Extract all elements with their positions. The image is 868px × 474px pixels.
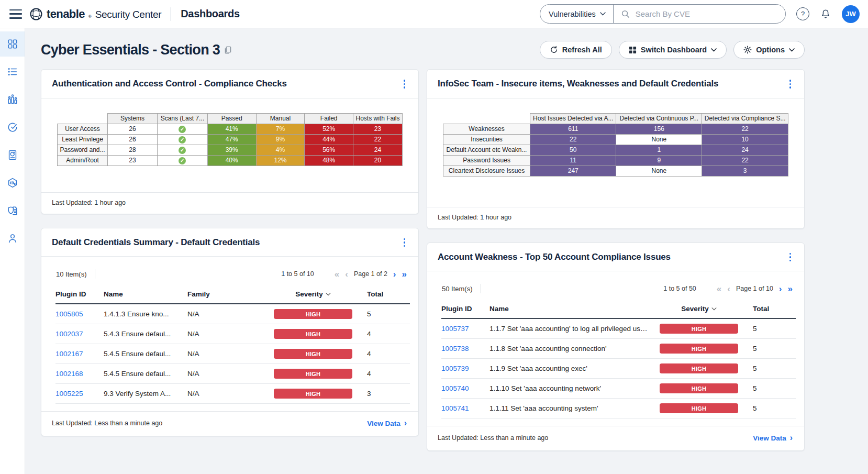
options-button[interactable]: Options xyxy=(733,41,805,59)
matrix-cell[interactable]: None xyxy=(616,134,702,145)
prev-page-icon[interactable]: ‹ xyxy=(727,284,730,293)
sidebar-item-policies[interactable] xyxy=(0,198,25,223)
plugin-id-link[interactable]: 1005737 xyxy=(441,325,489,333)
matrix-cell[interactable]: 39% xyxy=(207,145,256,155)
col-plugin-id[interactable]: Plugin ID xyxy=(55,290,104,298)
matrix-cell[interactable]: 247 xyxy=(530,166,616,176)
matrix-cell[interactable]: 24 xyxy=(702,145,788,155)
view-data-link[interactable]: View Data › xyxy=(753,433,793,443)
col-plugin-id[interactable]: Plugin ID xyxy=(441,305,489,313)
kebab-menu-icon[interactable] xyxy=(401,78,408,90)
matrix-cell[interactable]: 40% xyxy=(207,155,256,166)
help-icon[interactable]: ? xyxy=(796,7,809,20)
total-count: 3 xyxy=(358,390,410,398)
plugin-id-link[interactable]: 1002037 xyxy=(55,330,104,338)
view-data-link[interactable]: View Data › xyxy=(367,418,407,428)
col-total[interactable]: Total xyxy=(743,305,796,313)
matrix-cell[interactable]: 26 xyxy=(107,124,157,134)
sidebar-item-dashboards[interactable] xyxy=(0,31,25,57)
total-count: 4 xyxy=(358,370,410,378)
table-row: 1002037 5.4.3 Ensure defaul... N/A HIGH … xyxy=(55,324,410,344)
col-name[interactable]: Name xyxy=(104,290,187,298)
sidebar-item-metrics[interactable] xyxy=(0,87,25,112)
plugin-id-link[interactable]: 1005225 xyxy=(55,390,104,398)
col-header: Detected via Compliance S... xyxy=(702,113,788,124)
sidebar-item-assets[interactable] xyxy=(0,170,25,195)
sidebar-item-reports[interactable] xyxy=(0,142,25,168)
matrix-cell[interactable]: 22 xyxy=(353,134,402,145)
matrix-cell[interactable]: 9% xyxy=(256,134,305,145)
col-header: Detected via Continuous P... xyxy=(616,113,702,124)
matrix-cell[interactable]: 1 xyxy=(616,145,702,155)
matrix-cell[interactable]: 23 xyxy=(107,155,157,166)
matrix-cell[interactable]: 23 xyxy=(353,124,402,134)
scan-status-cell[interactable]: ✓ xyxy=(157,134,207,145)
matrix-cell[interactable]: 11 xyxy=(530,155,616,166)
plugin-id-link[interactable]: 1002168 xyxy=(55,370,104,378)
plugin-id-link[interactable]: 1005741 xyxy=(441,404,489,412)
matrix-cell[interactable]: 22 xyxy=(702,155,788,166)
prev-page-icon[interactable]: ‹ xyxy=(345,270,348,279)
total-count: 5 xyxy=(358,310,410,318)
matrix-cell[interactable]: 50 xyxy=(530,145,616,155)
col-total[interactable]: Total xyxy=(358,290,410,298)
matrix-cell[interactable]: 22 xyxy=(702,124,788,134)
hamburger-menu-icon[interactable] xyxy=(9,9,22,19)
copy-icon[interactable] xyxy=(224,46,232,54)
matrix-cell[interactable]: 12% xyxy=(256,155,305,166)
matrix-cell[interactable]: 10 xyxy=(702,134,788,145)
first-page-icon[interactable]: « xyxy=(335,270,339,279)
col-severity[interactable]: Severity xyxy=(654,305,743,313)
plugin-name: 5.4.3 Ensure defaul... xyxy=(104,330,187,338)
kebab-menu-icon[interactable] xyxy=(787,251,794,263)
plugin-id-link[interactable]: 1005740 xyxy=(441,384,489,392)
scan-status-cell[interactable]: ✓ xyxy=(157,124,207,134)
plugin-id-link[interactable]: 1005738 xyxy=(441,345,489,352)
col-name[interactable]: Name xyxy=(489,305,654,313)
next-page-icon[interactable]: › xyxy=(393,270,396,279)
last-page-icon[interactable]: » xyxy=(402,270,407,279)
switch-dashboard-button[interactable]: Switch Dashboard xyxy=(619,41,727,59)
matrix-cell[interactable]: 28 xyxy=(107,145,157,155)
notifications-bell-icon[interactable] xyxy=(820,8,831,20)
matrix-cell[interactable]: 611 xyxy=(530,124,616,134)
severity-badge: HIGH xyxy=(274,389,352,399)
matrix-cell[interactable]: 4% xyxy=(256,145,305,155)
plugin-id-link[interactable]: 1005739 xyxy=(441,365,489,372)
plugin-id-link[interactable]: 1002167 xyxy=(55,350,104,358)
next-page-icon[interactable]: › xyxy=(779,284,782,293)
bar-chart-icon xyxy=(7,94,18,105)
refresh-all-button[interactable]: Refresh All xyxy=(540,41,612,59)
matrix-cell[interactable]: 41% xyxy=(207,124,256,134)
scan-status-cell[interactable]: ✓ xyxy=(157,155,207,166)
auth-matrix-table: Systems Scans (Last 7... Passed Manual F… xyxy=(57,113,403,166)
matrix-cell[interactable]: None xyxy=(616,166,702,176)
matrix-cell[interactable]: 26 xyxy=(107,134,157,145)
search-scope-dropdown[interactable]: Vulnerabilities xyxy=(540,5,613,23)
matrix-cell[interactable]: 24 xyxy=(353,145,402,155)
last-page-icon[interactable]: » xyxy=(788,284,793,293)
search-input[interactable] xyxy=(635,9,778,19)
col-severity[interactable]: Severity xyxy=(269,290,358,298)
matrix-cell[interactable]: 9 xyxy=(616,155,702,166)
matrix-cell[interactable]: 7% xyxy=(256,124,305,134)
scan-status-cell[interactable]: ✓ xyxy=(157,145,207,155)
avatar[interactable]: JW xyxy=(842,5,860,23)
matrix-cell[interactable]: 156 xyxy=(616,124,702,134)
sidebar-item-scans[interactable] xyxy=(0,115,25,140)
plugin-id-link[interactable]: 1005805 xyxy=(55,310,104,318)
matrix-cell[interactable]: 22 xyxy=(530,134,616,145)
kebab-menu-icon[interactable] xyxy=(787,78,794,90)
first-page-icon[interactable]: « xyxy=(717,284,721,293)
sidebar-item-users[interactable] xyxy=(0,226,25,251)
matrix-cell[interactable]: 52% xyxy=(305,124,353,134)
matrix-cell[interactable]: 3 xyxy=(702,166,788,176)
kebab-menu-icon[interactable] xyxy=(401,237,408,249)
matrix-cell[interactable]: 48% xyxy=(305,155,353,166)
matrix-cell[interactable]: 47% xyxy=(207,134,256,145)
sidebar-item-analysis[interactable] xyxy=(0,59,25,84)
matrix-cell[interactable]: 56% xyxy=(305,145,353,155)
matrix-cell[interactable]: 44% xyxy=(305,134,353,145)
matrix-cell[interactable]: 20 xyxy=(353,155,402,166)
col-family[interactable]: Family xyxy=(187,290,269,298)
